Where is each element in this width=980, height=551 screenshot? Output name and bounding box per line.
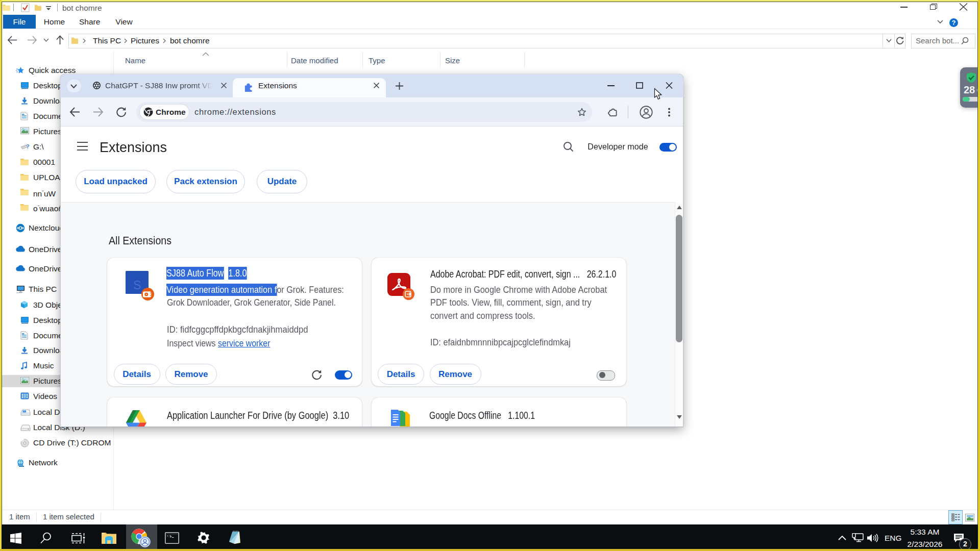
svg-text:?: ?	[26, 143, 30, 149]
